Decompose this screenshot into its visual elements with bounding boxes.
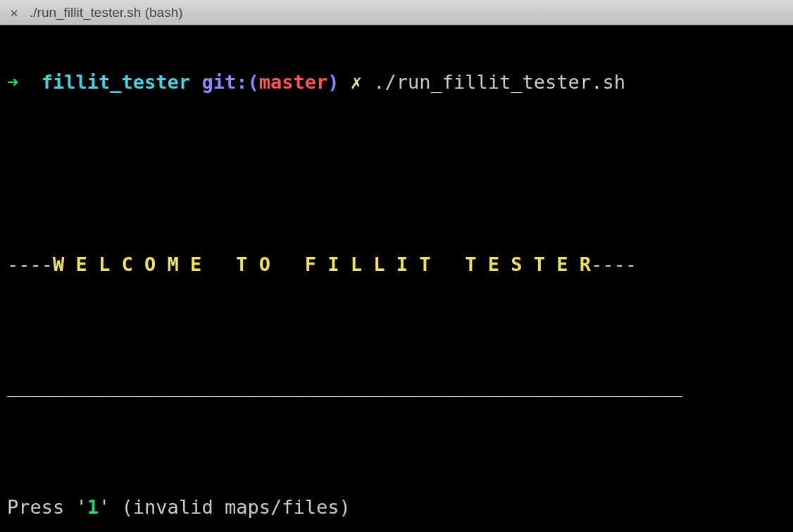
git-paren-close: ) [327,71,339,93]
banner-suffix: ---- [591,253,637,275]
divider-line: ________________________________________… [7,371,786,401]
menu-number: 1 [87,496,99,518]
prompt-line: ➜ fillit_tester git:(master) ✗ ./run_fil… [7,67,786,97]
prompt-directory: fillit_tester [42,71,190,93]
git-paren-open: ( [247,71,258,93]
welcome-banner: ----W E L C O M E T O F I L L I T T E S … [7,249,786,279]
banner-text: W E L C O M E T O F I L L I T T E S T E … [53,253,591,275]
close-icon[interactable]: × [8,7,20,18]
window-title: ./run_fillit_tester.sh (bash) [30,5,183,20]
git-dirty-icon: ✗ [351,71,362,93]
terminal-output[interactable]: ➜ fillit_tester git:(master) ✗ ./run_fil… [0,25,793,532]
blank-line [7,189,786,219]
git-branch: master [259,71,328,93]
banner-prefix: ---- [7,253,53,275]
blank-line [7,431,786,462]
quote: ' [76,496,87,518]
prompt-arrow-icon: ➜ [7,71,18,93]
menu-description: (invalid maps/files) [110,496,350,518]
blank-line [7,128,786,158]
window-titlebar: × ./run_fillit_tester.sh (bash) [0,0,793,25]
press-label: Press [7,496,76,518]
command-text: ./run_fillit_tester.sh [373,71,625,93]
blank-line [7,310,786,340]
quote: ' [99,496,110,518]
menu-item: Press '1' (invalid maps/files) [7,492,786,522]
git-label: git: [201,71,247,93]
